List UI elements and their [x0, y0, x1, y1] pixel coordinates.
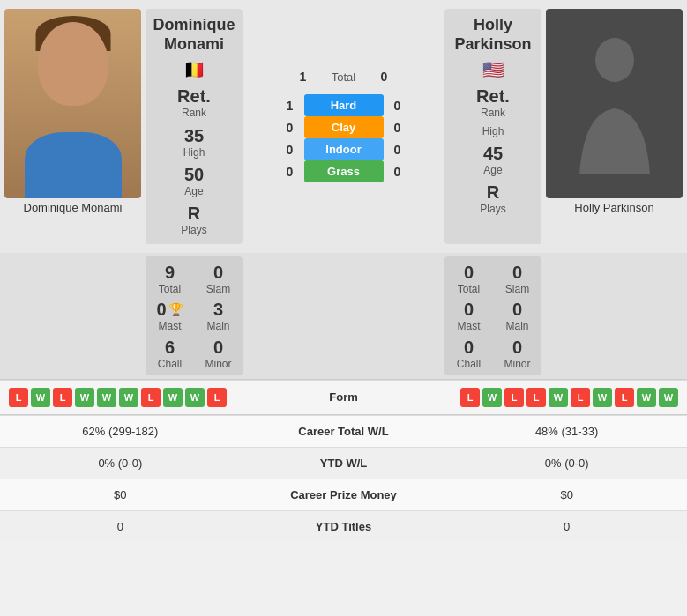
left-player-name: Dominique Monami [150, 16, 238, 54]
form-left: LWLWWWLWWL [9, 388, 302, 407]
right-plays: R Plays [480, 182, 505, 215]
total-left: 1 [295, 70, 312, 84]
form-badge-w: W [482, 388, 502, 407]
right-mini-stats: 0 Total 0 Slam 0 Mast 0 Main 0 Chall [444, 256, 541, 375]
surface-row-indoor: 0 Indoor 0 [251, 138, 436, 160]
form-badge-w: W [75, 388, 94, 407]
score-left: 0 [281, 121, 299, 135]
left-player-col: Dominique Monami [4, 9, 141, 244]
form-badge-w: W [593, 388, 612, 407]
form-label: Form [309, 390, 379, 404]
stats-row: 0 YTD Titles 0 [0, 510, 687, 542]
stat-left: 0 [0, 510, 241, 542]
surface-btn-indoor: Indoor [304, 138, 384, 160]
right-minor-stat: 0 Minor [498, 337, 536, 370]
score-right: 0 [389, 121, 407, 135]
left-mast-stat: 0 🏆 Mast [151, 299, 189, 332]
form-badge-l: L [207, 388, 227, 407]
surface-btn-clay: Clay [304, 116, 384, 138]
score-left: 0 [281, 143, 299, 157]
left-minor-stat: 0 Minor [199, 337, 237, 370]
score-left: 1 [281, 99, 299, 113]
stat-label: Career Total W/L [241, 415, 447, 447]
stats-row: 0% (0-0) YTD W/L 0% (0-0) [0, 447, 687, 479]
left-slam-stat: 0 Slam [199, 262, 237, 295]
stat-right: 48% (31-33) [446, 415, 687, 447]
players-section: Dominique Monami Dominique Monami 🇧🇪 Ret… [0, 0, 687, 253]
stats-table: 62% (299-182) Career Total W/L 48% (31-3… [0, 415, 687, 542]
form-right: LWLLWLWLWW [386, 388, 679, 407]
total-row: 1 Total 0 [251, 70, 436, 84]
score-right: 0 [389, 143, 407, 157]
right-high: High [482, 125, 504, 137]
left-age: 50 Age [184, 164, 204, 197]
form-badge-w: W [31, 388, 50, 407]
surface-rows: 1 Hard 0 0 Clay 0 0 Indoor 0 0 Grass 0 [251, 94, 436, 182]
trophy-icon-left: 🏆 [168, 302, 183, 317]
stat-right: $0 [446, 479, 687, 510]
stat-left: 62% (299-182) [0, 415, 241, 447]
surface-row-clay: 0 Clay 0 [251, 116, 436, 138]
form-badge-l: L [504, 388, 524, 407]
left-main-stat: 3 Main [199, 299, 237, 332]
left-flag: 🇧🇪 [183, 59, 205, 80]
stat-label: Career Prize Money [241, 479, 447, 510]
stats-row: 62% (299-182) Career Total W/L 48% (31-3… [0, 415, 687, 447]
left-rank: Ret. Rank [177, 85, 211, 119]
right-rank: Ret. Rank [476, 85, 510, 119]
form-badge-w: W [97, 388, 116, 407]
form-section: LWLWWWLWWL Form LWLLWLWLWW [0, 380, 687, 414]
svg-point-0 [595, 38, 634, 82]
right-player-col: Holly Parkinson [546, 9, 683, 244]
right-player-photo [546, 9, 683, 198]
left-total-stat: 9 Total [151, 262, 189, 295]
form-badge-l: L [615, 388, 634, 407]
right-flag: 🇺🇸 [482, 59, 504, 80]
stat-left: $0 [0, 479, 241, 510]
silhouette-svg [571, 33, 659, 174]
score-left: 0 [281, 165, 299, 179]
middle-section: 1 Total 0 1 Hard 0 0 Clay 0 0 Indoor 0 0… [247, 9, 440, 244]
main-container: Dominique Monami Dominique Monami 🇧🇪 Ret… [0, 0, 687, 542]
stats-row: $0 Career Prize Money $0 [0, 479, 687, 510]
form-badge-l: L [141, 388, 161, 407]
form-badge-l: L [460, 388, 480, 407]
surface-row-hard: 1 Hard 0 [251, 94, 436, 116]
surface-btn-hard: Hard [304, 94, 384, 116]
right-slam-stat: 0 Slam [498, 262, 536, 295]
left-plays: R Plays [181, 203, 206, 236]
left-player-photo [4, 9, 141, 198]
left-mini-stats: 9 Total 0 Slam 0 🏆 Mast 3 Main [146, 256, 243, 375]
right-chall-stat: 0 Chall [450, 337, 488, 370]
left-stats-card: Dominique Monami 🇧🇪 Ret. Rank 35 High 50… [146, 9, 243, 244]
form-badge-w: W [549, 388, 568, 407]
right-player-name: Holly Parkinson [449, 16, 537, 54]
form-badge-w: W [659, 388, 678, 407]
surface-btn-grass: Grass [304, 160, 384, 182]
stat-label: YTD W/L [241, 447, 447, 479]
right-total-stat: 0 Total [450, 262, 488, 295]
right-stats-card: Holly Parkinson 🇺🇸 Ret. Rank High 45 Age… [444, 9, 541, 244]
form-badge-l: L [526, 388, 546, 407]
surface-row-grass: 0 Grass 0 [251, 160, 436, 182]
form-badge-w: W [185, 388, 205, 407]
form-badge-w: W [163, 388, 183, 407]
total-right: 0 [376, 70, 393, 84]
stat-left: 0% (0-0) [0, 447, 241, 479]
stat-right: 0% (0-0) [446, 447, 687, 479]
right-main-stat: 0 Main [498, 299, 536, 332]
score-right: 0 [389, 99, 407, 113]
left-high: 35 High [183, 125, 205, 159]
right-age: 45 Age [483, 143, 503, 176]
form-badge-w: W [119, 388, 138, 407]
form-badge-l: L [53, 388, 72, 407]
right-player-name-below: Holly Parkinson [574, 201, 653, 214]
form-badge-w: W [637, 388, 656, 407]
stat-label: YTD Titles [241, 510, 447, 542]
score-right: 0 [389, 165, 407, 179]
form-badge-l: L [571, 388, 590, 407]
left-chall-stat: 6 Chall [151, 337, 189, 370]
stat-right: 0 [446, 510, 687, 542]
bottom-stats-row: 9 Total 0 Slam 0 🏆 Mast 3 Main [0, 253, 687, 379]
left-player-name-below: Dominique Monami [24, 201, 123, 214]
